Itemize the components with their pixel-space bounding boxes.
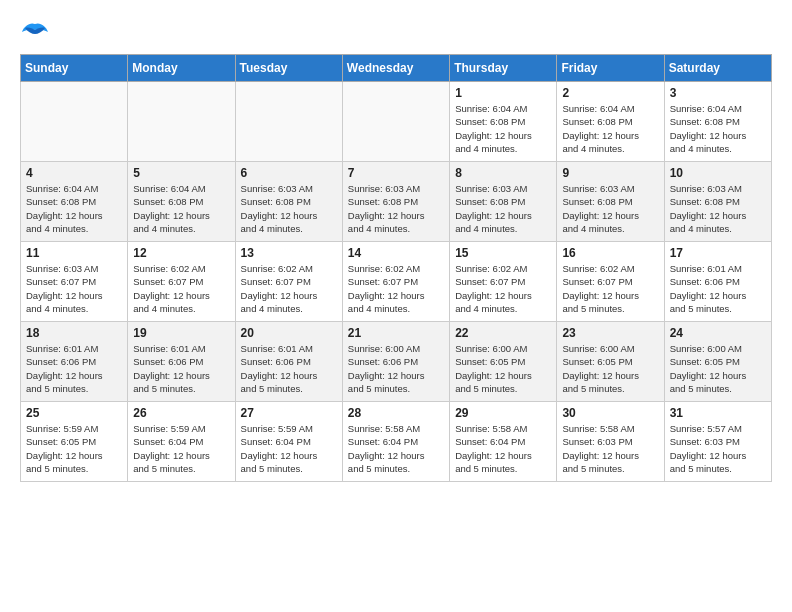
day-info: Sunrise: 6:04 AM Sunset: 6:08 PM Dayligh… bbox=[26, 182, 122, 235]
calendar-day-cell: 28Sunrise: 5:58 AM Sunset: 6:04 PM Dayli… bbox=[342, 402, 449, 482]
calendar-day-cell: 18Sunrise: 6:01 AM Sunset: 6:06 PM Dayli… bbox=[21, 322, 128, 402]
day-info: Sunrise: 6:02 AM Sunset: 6:07 PM Dayligh… bbox=[348, 262, 444, 315]
calendar-day-cell: 4Sunrise: 6:04 AM Sunset: 6:08 PM Daylig… bbox=[21, 162, 128, 242]
calendar-day-cell: 5Sunrise: 6:04 AM Sunset: 6:08 PM Daylig… bbox=[128, 162, 235, 242]
day-info: Sunrise: 6:01 AM Sunset: 6:06 PM Dayligh… bbox=[241, 342, 337, 395]
day-info: Sunrise: 6:04 AM Sunset: 6:08 PM Dayligh… bbox=[670, 102, 766, 155]
calendar-day-cell: 24Sunrise: 6:00 AM Sunset: 6:05 PM Dayli… bbox=[664, 322, 771, 402]
day-number: 28 bbox=[348, 406, 444, 420]
calendar-day-cell: 3Sunrise: 6:04 AM Sunset: 6:08 PM Daylig… bbox=[664, 82, 771, 162]
day-info: Sunrise: 5:59 AM Sunset: 6:04 PM Dayligh… bbox=[241, 422, 337, 475]
calendar-day-cell: 12Sunrise: 6:02 AM Sunset: 6:07 PM Dayli… bbox=[128, 242, 235, 322]
day-info: Sunrise: 5:58 AM Sunset: 6:04 PM Dayligh… bbox=[455, 422, 551, 475]
day-info: Sunrise: 6:01 AM Sunset: 6:06 PM Dayligh… bbox=[26, 342, 122, 395]
day-number: 20 bbox=[241, 326, 337, 340]
calendar-day-cell: 14Sunrise: 6:02 AM Sunset: 6:07 PM Dayli… bbox=[342, 242, 449, 322]
calendar-day-cell: 23Sunrise: 6:00 AM Sunset: 6:05 PM Dayli… bbox=[557, 322, 664, 402]
day-info: Sunrise: 6:00 AM Sunset: 6:05 PM Dayligh… bbox=[670, 342, 766, 395]
weekday-header: Tuesday bbox=[235, 55, 342, 82]
day-number: 24 bbox=[670, 326, 766, 340]
weekday-header: Monday bbox=[128, 55, 235, 82]
day-number: 3 bbox=[670, 86, 766, 100]
calendar-day-cell: 15Sunrise: 6:02 AM Sunset: 6:07 PM Dayli… bbox=[450, 242, 557, 322]
calendar-day-cell: 17Sunrise: 6:01 AM Sunset: 6:06 PM Dayli… bbox=[664, 242, 771, 322]
day-number: 27 bbox=[241, 406, 337, 420]
calendar-day-cell bbox=[128, 82, 235, 162]
calendar-day-cell: 25Sunrise: 5:59 AM Sunset: 6:05 PM Dayli… bbox=[21, 402, 128, 482]
day-number: 16 bbox=[562, 246, 658, 260]
day-number: 17 bbox=[670, 246, 766, 260]
day-number: 1 bbox=[455, 86, 551, 100]
day-number: 10 bbox=[670, 166, 766, 180]
day-number: 25 bbox=[26, 406, 122, 420]
day-info: Sunrise: 6:01 AM Sunset: 6:06 PM Dayligh… bbox=[133, 342, 229, 395]
calendar-table: SundayMondayTuesdayWednesdayThursdayFrid… bbox=[20, 54, 772, 482]
calendar-day-cell: 21Sunrise: 6:00 AM Sunset: 6:06 PM Dayli… bbox=[342, 322, 449, 402]
day-info: Sunrise: 5:58 AM Sunset: 6:03 PM Dayligh… bbox=[562, 422, 658, 475]
calendar-day-cell: 7Sunrise: 6:03 AM Sunset: 6:08 PM Daylig… bbox=[342, 162, 449, 242]
day-number: 30 bbox=[562, 406, 658, 420]
calendar-day-cell bbox=[342, 82, 449, 162]
day-number: 13 bbox=[241, 246, 337, 260]
day-number: 31 bbox=[670, 406, 766, 420]
day-info: Sunrise: 6:04 AM Sunset: 6:08 PM Dayligh… bbox=[562, 102, 658, 155]
day-info: Sunrise: 6:04 AM Sunset: 6:08 PM Dayligh… bbox=[455, 102, 551, 155]
day-info: Sunrise: 6:03 AM Sunset: 6:08 PM Dayligh… bbox=[241, 182, 337, 235]
day-info: Sunrise: 5:58 AM Sunset: 6:04 PM Dayligh… bbox=[348, 422, 444, 475]
day-number: 7 bbox=[348, 166, 444, 180]
day-number: 18 bbox=[26, 326, 122, 340]
day-number: 21 bbox=[348, 326, 444, 340]
day-number: 19 bbox=[133, 326, 229, 340]
day-info: Sunrise: 6:03 AM Sunset: 6:08 PM Dayligh… bbox=[455, 182, 551, 235]
weekday-header-row: SundayMondayTuesdayWednesdayThursdayFrid… bbox=[21, 55, 772, 82]
day-info: Sunrise: 6:03 AM Sunset: 6:08 PM Dayligh… bbox=[670, 182, 766, 235]
day-number: 6 bbox=[241, 166, 337, 180]
day-info: Sunrise: 6:02 AM Sunset: 6:07 PM Dayligh… bbox=[133, 262, 229, 315]
calendar-day-cell: 11Sunrise: 6:03 AM Sunset: 6:07 PM Dayli… bbox=[21, 242, 128, 322]
day-info: Sunrise: 6:03 AM Sunset: 6:07 PM Dayligh… bbox=[26, 262, 122, 315]
calendar-day-cell bbox=[21, 82, 128, 162]
calendar-week-row: 25Sunrise: 5:59 AM Sunset: 6:05 PM Dayli… bbox=[21, 402, 772, 482]
day-number: 15 bbox=[455, 246, 551, 260]
day-number: 2 bbox=[562, 86, 658, 100]
day-info: Sunrise: 5:59 AM Sunset: 6:04 PM Dayligh… bbox=[133, 422, 229, 475]
day-info: Sunrise: 6:03 AM Sunset: 6:08 PM Dayligh… bbox=[562, 182, 658, 235]
day-info: Sunrise: 6:01 AM Sunset: 6:06 PM Dayligh… bbox=[670, 262, 766, 315]
weekday-header: Saturday bbox=[664, 55, 771, 82]
weekday-header: Wednesday bbox=[342, 55, 449, 82]
calendar-day-cell: 1Sunrise: 6:04 AM Sunset: 6:08 PM Daylig… bbox=[450, 82, 557, 162]
logo bbox=[20, 20, 54, 44]
day-info: Sunrise: 6:03 AM Sunset: 6:08 PM Dayligh… bbox=[348, 182, 444, 235]
calendar-day-cell: 9Sunrise: 6:03 AM Sunset: 6:08 PM Daylig… bbox=[557, 162, 664, 242]
calendar-day-cell: 2Sunrise: 6:04 AM Sunset: 6:08 PM Daylig… bbox=[557, 82, 664, 162]
calendar-day-cell: 20Sunrise: 6:01 AM Sunset: 6:06 PM Dayli… bbox=[235, 322, 342, 402]
day-info: Sunrise: 5:59 AM Sunset: 6:05 PM Dayligh… bbox=[26, 422, 122, 475]
day-info: Sunrise: 6:04 AM Sunset: 6:08 PM Dayligh… bbox=[133, 182, 229, 235]
calendar-day-cell: 30Sunrise: 5:58 AM Sunset: 6:03 PM Dayli… bbox=[557, 402, 664, 482]
day-number: 4 bbox=[26, 166, 122, 180]
day-number: 8 bbox=[455, 166, 551, 180]
weekday-header: Sunday bbox=[21, 55, 128, 82]
day-number: 22 bbox=[455, 326, 551, 340]
calendar-day-cell: 31Sunrise: 5:57 AM Sunset: 6:03 PM Dayli… bbox=[664, 402, 771, 482]
calendar-day-cell: 26Sunrise: 5:59 AM Sunset: 6:04 PM Dayli… bbox=[128, 402, 235, 482]
calendar-day-cell: 13Sunrise: 6:02 AM Sunset: 6:07 PM Dayli… bbox=[235, 242, 342, 322]
day-info: Sunrise: 6:02 AM Sunset: 6:07 PM Dayligh… bbox=[562, 262, 658, 315]
calendar-day-cell: 6Sunrise: 6:03 AM Sunset: 6:08 PM Daylig… bbox=[235, 162, 342, 242]
day-number: 12 bbox=[133, 246, 229, 260]
day-number: 9 bbox=[562, 166, 658, 180]
calendar-day-cell: 8Sunrise: 6:03 AM Sunset: 6:08 PM Daylig… bbox=[450, 162, 557, 242]
day-info: Sunrise: 6:00 AM Sunset: 6:05 PM Dayligh… bbox=[455, 342, 551, 395]
day-number: 11 bbox=[26, 246, 122, 260]
calendar-day-cell: 10Sunrise: 6:03 AM Sunset: 6:08 PM Dayli… bbox=[664, 162, 771, 242]
weekday-header: Friday bbox=[557, 55, 664, 82]
calendar-week-row: 11Sunrise: 6:03 AM Sunset: 6:07 PM Dayli… bbox=[21, 242, 772, 322]
calendar-day-cell: 16Sunrise: 6:02 AM Sunset: 6:07 PM Dayli… bbox=[557, 242, 664, 322]
day-info: Sunrise: 6:00 AM Sunset: 6:06 PM Dayligh… bbox=[348, 342, 444, 395]
day-number: 5 bbox=[133, 166, 229, 180]
calendar-week-row: 18Sunrise: 6:01 AM Sunset: 6:06 PM Dayli… bbox=[21, 322, 772, 402]
calendar-week-row: 4Sunrise: 6:04 AM Sunset: 6:08 PM Daylig… bbox=[21, 162, 772, 242]
calendar-day-cell: 19Sunrise: 6:01 AM Sunset: 6:06 PM Dayli… bbox=[128, 322, 235, 402]
page-header bbox=[20, 20, 772, 44]
day-info: Sunrise: 5:57 AM Sunset: 6:03 PM Dayligh… bbox=[670, 422, 766, 475]
